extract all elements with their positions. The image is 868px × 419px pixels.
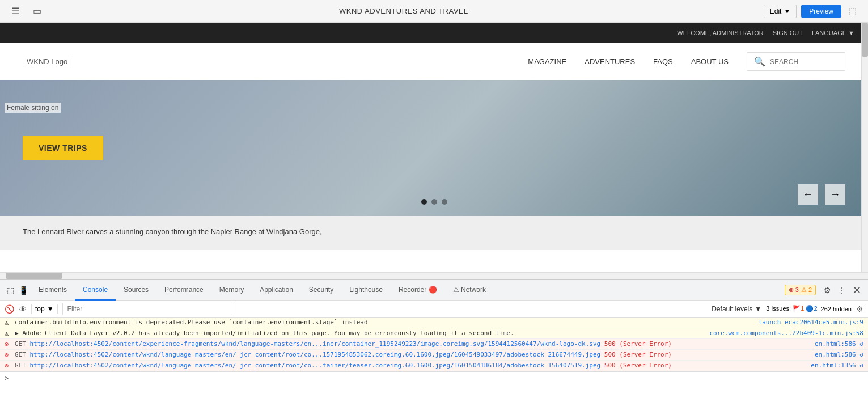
- console-msg-4: ⊗ GET http://localhost:4502/content/wknd…: [0, 350, 868, 361]
- hero-content: VIEW TRIPS: [0, 113, 126, 183]
- hidden-count: 262 hidden: [821, 306, 852, 312]
- logo-image: WKND Logo: [23, 56, 71, 67]
- tab-security[interactable]: Security: [301, 280, 341, 301]
- dot-1[interactable]: [421, 199, 427, 205]
- nav-about-us[interactable]: ABOUT US: [691, 57, 729, 66]
- warn-icon-2: ⚠: [5, 329, 12, 337]
- site-nav: WKND Logo MAGAZINE ADVENTURES FAQS ABOUT…: [0, 43, 868, 80]
- error-url-5[interactable]: http://localhost:4502/content/wknd/langu…: [30, 362, 601, 369]
- issues-badge[interactable]: ⊗ 3 ⚠ 2: [785, 285, 816, 295]
- msg-source-5[interactable]: en.html:1356 ↺: [811, 362, 863, 369]
- issues-count-label: 3 Issues: 🚩1 🔵2: [766, 305, 817, 312]
- chevron-icon: ▼: [47, 305, 54, 313]
- top-toolbar: ☰ ▭ WKND ADVENTURES AND TRAVEL Edit ▼ Pr…: [0, 0, 868, 23]
- hamburger-icon[interactable]: ☰: [9, 3, 22, 19]
- tab-console[interactable]: Console: [75, 280, 116, 301]
- tab-sources[interactable]: Sources: [116, 280, 156, 301]
- chevron-down-icon: ▼: [848, 29, 854, 36]
- tab-lighthouse[interactable]: Lighthouse: [341, 280, 391, 301]
- view-trips-button[interactable]: VIEW TRIPS: [23, 136, 103, 160]
- search-input[interactable]: [770, 58, 838, 66]
- search-box[interactable]: 🔍: [747, 52, 845, 71]
- settings-icon[interactable]: ⚙: [822, 283, 833, 297]
- console-clear-button[interactable]: 🚫: [5, 304, 14, 314]
- error-icon-5: ⊗: [5, 362, 12, 370]
- msg-text-5: GET http://localhost:4502/content/wknd/l…: [15, 362, 808, 369]
- devtools-tab-icons: ⊗ 3 ⚠ 2 ⚙ ⋮ ✕: [785, 283, 863, 297]
- tab-elements[interactable]: Elements: [31, 280, 75, 301]
- hero-dots: [421, 199, 447, 205]
- nav-adventures[interactable]: ADVENTURES: [585, 57, 635, 66]
- refresh-icon-4: ↺: [859, 351, 863, 358]
- msg-source-4[interactable]: en.html:586 ↺: [815, 351, 863, 358]
- device-icon[interactable]: ▭: [31, 3, 44, 19]
- preview-area: WELCOME, ADMINISTRATOR SIGN OUT LANGUAGE…: [0, 23, 868, 272]
- select-element-icon[interactable]: ⬚: [5, 283, 16, 297]
- chevron-icon: >: [5, 374, 9, 382]
- site-logo: WKND Logo: [23, 56, 71, 67]
- refresh-icon-3: ↺: [859, 340, 863, 348]
- welcome-text: WELCOME, ADMINISTRATOR: [677, 29, 763, 36]
- p2-count: 🔵2: [806, 305, 817, 312]
- prev-arrow[interactable]: ←: [798, 184, 818, 205]
- msg-source-2[interactable]: core.wcm.components...22b409-1c.min.js:5…: [709, 329, 863, 337]
- site-header-bar: WELCOME, ADMINISTRATOR SIGN OUT LANGUAGE…: [0, 23, 868, 43]
- msg-text-4: GET http://localhost:4502/content/wknd/l…: [15, 351, 812, 358]
- msg-source-1[interactable]: launch-ecac20614ce5.min.js:9: [759, 319, 863, 326]
- console-msg-3: ⊗ GET http://localhost:4502/content/expe…: [0, 339, 868, 350]
- default-levels-label: Default levels: [712, 305, 752, 313]
- edit-label: Edit: [770, 7, 782, 15]
- console-filter-input[interactable]: [62, 303, 232, 315]
- error-url-4[interactable]: http://localhost:4502/content/wknd/langu…: [30, 351, 601, 358]
- toolbar-left: ☰ ▭: [9, 3, 44, 19]
- refresh-icon-5: ↺: [859, 362, 863, 369]
- vertical-scrollbar[interactable]: [861, 23, 868, 272]
- issues-count-bar: 3 Issues: 🚩1 🔵2 262 hidden: [766, 305, 852, 312]
- devtools-tabs: ⬚ 📱 Elements Console Sources Performance…: [0, 280, 868, 301]
- console-messages: ⚠ container.buildInfo.environment is dep…: [0, 318, 868, 419]
- p1-count: 🚩1: [793, 305, 804, 312]
- chevron-down-icon: ▼: [784, 7, 790, 15]
- tab-recorder[interactable]: Recorder 🔴: [391, 280, 445, 301]
- horizontal-scrollbar[interactable]: [0, 272, 868, 279]
- msg-text-2: ▶ Adobe Client Data Layer v2.0.2 has alr…: [15, 329, 707, 337]
- error-url-3[interactable]: http://localhost:4502/content/experience…: [30, 340, 601, 348]
- close-devtools-button[interactable]: ✕: [850, 284, 863, 297]
- console-input-line: >: [0, 371, 868, 384]
- toolbar-right: Edit ▼ Preview ⬚: [764, 3, 859, 19]
- language-button[interactable]: LANGUAGE ▼: [812, 29, 854, 36]
- tab-memory[interactable]: Memory: [211, 280, 252, 301]
- section-below: The Lennard River carves a stunning cany…: [0, 216, 868, 250]
- console-settings-icon[interactable]: ⚙: [856, 304, 863, 314]
- hero-section: Female sitting on VIEW TRIPS ← →: [0, 80, 868, 216]
- nav-magazine[interactable]: MAGAZINE: [528, 57, 566, 66]
- edit-button[interactable]: Edit ▼: [764, 5, 797, 18]
- nav-links: MAGAZINE ADVENTURES FAQS ABOUT US 🔍: [528, 52, 845, 71]
- nav-faqs[interactable]: FAQS: [653, 57, 673, 66]
- sign-out-link[interactable]: SIGN OUT: [773, 29, 803, 36]
- tab-network[interactable]: ⚠ Network: [445, 280, 494, 301]
- search-icon: 🔍: [754, 56, 765, 67]
- dot-2[interactable]: [431, 199, 437, 205]
- more-options-icon[interactable]: ⋮: [836, 283, 848, 297]
- msg-source-3[interactable]: en.html:586 ↺: [815, 340, 863, 348]
- default-levels-selector[interactable]: Default levels ▼: [712, 305, 761, 313]
- dot-3[interactable]: [442, 199, 447, 205]
- warn-icon-1: ⚠: [5, 319, 12, 327]
- device-emulation-icon[interactable]: 📱: [16, 283, 31, 297]
- scrollbar-thumb[interactable]: [862, 23, 868, 57]
- eye-icon[interactable]: 👁: [19, 304, 27, 314]
- share-icon[interactable]: ⬚: [846, 3, 859, 19]
- tab-performance[interactable]: Performance: [156, 280, 211, 301]
- context-selector[interactable]: top ▼: [31, 304, 58, 314]
- h-scrollbar-thumb[interactable]: [6, 273, 62, 279]
- preview-button[interactable]: Preview: [801, 5, 841, 18]
- next-arrow[interactable]: →: [825, 184, 845, 205]
- error-icon-3: ⊗: [5, 340, 12, 348]
- page-title: WKND ADVENTURES AND TRAVEL: [339, 7, 468, 15]
- context-label: top: [35, 305, 45, 313]
- tab-application[interactable]: Application: [252, 280, 301, 301]
- chevron-down-icon: ▼: [755, 305, 761, 313]
- console-toolbar: 🚫 👁 top ▼ Default levels ▼ 3 Issues: 🚩1 …: [0, 301, 868, 318]
- msg-text-1: container.buildInfo.environment is depre…: [15, 319, 756, 326]
